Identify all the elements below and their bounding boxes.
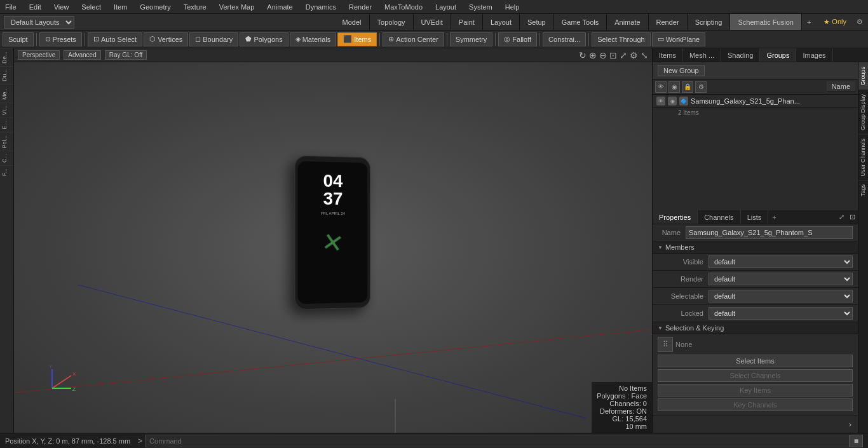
perspective-button[interactable]: Perspective [18,50,60,60]
gt-render-icon[interactable]: ◉ [668,81,680,93]
rvt-tags[interactable]: Tags [858,180,868,200]
rvt-user-channels[interactable]: User Channels [858,134,868,180]
layout-tab-topology[interactable]: Topology [370,14,414,30]
menu-select[interactable]: Select [79,3,104,11]
polygons-button[interactable]: ⬟ Polygons [240,32,288,46]
menu-item[interactable]: Item [111,3,130,11]
menu-texture[interactable]: Texture [181,3,209,11]
expand-button[interactable]: › [845,419,855,430]
menu-file[interactable]: File [3,3,19,11]
rp-tab-groups[interactable]: Groups [760,48,796,62]
layout-tab-animate[interactable]: Animate [607,14,648,30]
menu-vertex-map[interactable]: Vertex Map [217,3,257,11]
layout-add-tab[interactable]: + [802,14,816,30]
boundary-button[interactable]: ◻ Boundary [189,32,238,46]
ray-gl-button[interactable]: Ray GL: Off [105,50,147,60]
cmd-end-button[interactable]: ■ [850,435,863,447]
props-tab-properties[interactable]: Properties [653,210,698,224]
render-control[interactable]: default [709,273,853,285]
falloff-button[interactable]: ◎ Falloff [498,32,537,46]
layout-gear[interactable]: ⚙ [851,18,868,26]
constrain-button[interactable]: Constrai... [543,32,586,46]
sculpt-button[interactable]: Sculpt [3,32,34,46]
auto-select-button[interactable]: ⊡ Auto Select [88,32,142,46]
menu-maxtomodo[interactable]: MaxToModo [382,3,425,11]
items-button[interactable]: ⬛ Items [337,32,377,46]
group-obj[interactable]: 🔷 [679,97,688,105]
menu-render[interactable]: Render [346,3,374,11]
visible-select[interactable]: default [709,255,853,268]
rp-tab-items[interactable]: Items [653,48,683,62]
menu-view[interactable]: View [51,3,72,11]
sidebar-item-de[interactable]: De... [0,48,13,66]
sidebar-item-f[interactable]: F... [0,165,13,179]
rp-tab-mesh[interactable]: Mesh ... [683,48,721,62]
rp-tab-images[interactable]: Images [796,48,832,62]
group-eye[interactable]: 👁 [656,97,665,105]
menu-dynamics[interactable]: Dynamics [303,3,339,11]
layout-tab-model[interactable]: Model [335,14,370,30]
rotate-icon[interactable]: ↻ [579,50,587,60]
selectable-select[interactable]: default [709,290,853,302]
frame-icon[interactable]: ⊡ [609,50,617,60]
group-render[interactable]: ◉ [668,97,677,105]
layout-tab-scripting[interactable]: Scripting [688,14,731,30]
name-field-input[interactable] [686,226,853,239]
viewport[interactable]: Perspective Advanced Ray GL: Off ↻ ⊕ ⊖ ⊡… [14,48,652,433]
select-items-button[interactable]: Select Items [658,355,853,367]
locked-control[interactable]: default [709,307,853,320]
sidebar-item-e[interactable]: E... [0,118,13,132]
gt-eye-icon[interactable]: 👁 [655,81,667,93]
props-tab-channels[interactable]: Channels [698,210,740,224]
layout-tab-schematic[interactable]: Schematic Fusion [730,14,801,30]
sidebar-item-me[interactable]: Me... [0,84,13,102]
materials-button[interactable]: ◈ Materials [290,32,337,46]
layout-select[interactable]: Default Layouts [4,16,74,29]
sidebar-item-pol[interactable]: Pol... [0,132,13,151]
advanced-button[interactable]: Advanced [64,50,100,60]
gt-settings-icon[interactable]: ⚙ [695,81,707,93]
members-section-header[interactable]: ▼ Members [653,241,858,254]
layout-tab-gametools[interactable]: Game Tools [554,14,607,30]
sidebar-item-c[interactable]: C... [0,151,13,165]
locked-select[interactable]: default [709,307,853,320]
expand-icon[interactable]: ⤡ [641,50,648,60]
selectable-control[interactable]: default [709,290,853,302]
maximize-icon[interactable]: ⤢ [620,50,627,60]
symmetry-button[interactable]: Symmetry [450,32,493,46]
layout-tab-uvedit[interactable]: UVEdit [414,14,451,30]
rp-tab-shading[interactable]: Shading [721,48,760,62]
sidebar-item-vi[interactable]: Vi... [0,102,13,118]
menu-edit[interactable]: Edit [27,3,44,11]
layout-tab-paint[interactable]: Paint [451,14,483,30]
key-channels-button[interactable]: Key Channels [658,398,853,411]
menu-geometry[interactable]: Geometry [137,3,173,11]
new-group-button[interactable]: New Group [658,65,705,76]
props-expand-icon[interactable]: ⤢ [836,210,847,224]
render-select[interactable]: default [709,273,853,285]
layout-tab-render[interactable]: Render [649,14,688,30]
workplane-button[interactable]: ▭ WorkPlane [652,32,706,46]
viewport-canvas[interactable]: 04 37 FRI, APRIL 24 ✕ X Y Z [14,62,652,433]
props-tab-add[interactable]: + [768,210,780,224]
layout-tab-layout[interactable]: Layout [483,14,520,30]
zoom-in-icon[interactable]: ⊕ [589,50,597,60]
props-float-icon[interactable]: ⊡ [847,210,858,224]
menu-layout[interactable]: Layout [433,3,459,11]
layout-tab-setup[interactable]: Setup [520,14,554,30]
rvt-groups[interactable]: Groups [858,62,868,90]
key-items-button[interactable]: Key Items [658,384,853,397]
action-center-button[interactable]: ⊕ Action Center [383,32,444,46]
sel-key-section-header[interactable]: ▼ Selection & Keying [653,322,858,334]
group-item[interactable]: 👁 ◉ 🔷 Samsung_Galaxy_S21_5g_Phan... [653,95,858,108]
command-input[interactable] [145,435,850,447]
select-channels-button[interactable]: Select Channels [658,369,853,382]
sidebar-item-du[interactable]: Du... [0,66,13,84]
menu-system[interactable]: System [466,3,495,11]
select-through-button[interactable]: Select Through [592,32,650,46]
vertices-button[interactable]: ⬡ Vertices [144,32,188,46]
visible-control[interactable]: default [709,255,853,268]
settings-icon[interactable]: ⚙ [630,50,638,60]
zoom-out-icon[interactable]: ⊖ [599,50,607,60]
presets-button[interactable]: ⊙ Presets [39,32,82,46]
